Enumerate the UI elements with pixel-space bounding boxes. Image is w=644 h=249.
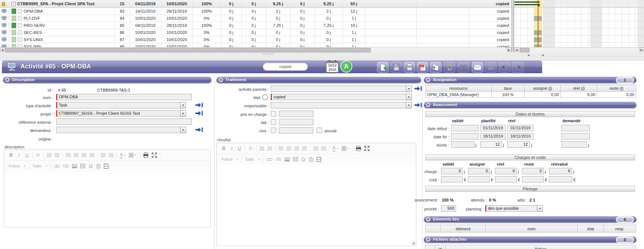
avatar[interactable]: A bbox=[340, 61, 352, 73]
collapse-toggle-icon[interactable]: − bbox=[12, 2, 16, 6]
size-select[interactable]: Taille bbox=[32, 164, 42, 168]
drag-handle[interactable] bbox=[8, 30, 10, 35]
description-editor[interactable]: B I U Tx A▼ A▼ Police▼ bbox=[4, 150, 210, 227]
table-row[interactable]: SYS-UNIX 87 10/01/2020 10/01/2020 0% 0 j… bbox=[0, 36, 512, 43]
chevron-down-icon[interactable]: ▼ bbox=[537, 205, 543, 212]
duree-reel[interactable]: 12 bbox=[507, 141, 530, 148]
gantt-pane[interactable] bbox=[514, 0, 644, 47]
projet-select[interactable]: CTBB9997_SGSS - Projet Client SGSS Test bbox=[56, 110, 186, 117]
project-summary-bar[interactable] bbox=[514, 4, 540, 5]
fait-date[interactable] bbox=[279, 119, 313, 125]
ordered-list-icon[interactable] bbox=[101, 153, 106, 158]
pane-splitter-horizontal[interactable]: ▶ ◀ bbox=[0, 52, 644, 61]
delete-button[interactable] bbox=[458, 62, 469, 73]
section-fichiers-attaches[interactable]: ▼ Fichiers attachés 0 bbox=[424, 236, 637, 243]
italic-icon[interactable]: I bbox=[16, 153, 21, 158]
unlink-icon[interactable] bbox=[63, 164, 69, 168]
reference-externe-field[interactable] bbox=[56, 119, 192, 125]
align-justify-icon[interactable] bbox=[302, 146, 307, 151]
nom-field[interactable]: OPM-DBA bbox=[56, 94, 192, 100]
outdent-icon[interactable] bbox=[267, 146, 272, 151]
editor-print-icon[interactable] bbox=[356, 146, 361, 151]
special-char-icon[interactable]: Ω bbox=[88, 163, 93, 169]
align-center-icon[interactable] bbox=[74, 153, 79, 158]
font-select[interactable]: Police bbox=[221, 157, 233, 162]
drag-handle[interactable] bbox=[8, 9, 10, 13]
drag-handle[interactable] bbox=[8, 16, 10, 21]
table-icon[interactable] bbox=[293, 157, 298, 162]
grid-scrollbar[interactable]: ◀ ▶ bbox=[0, 47, 511, 52]
editor-maximize-icon[interactable] bbox=[364, 146, 370, 151]
demandeur-select[interactable] bbox=[56, 127, 186, 133]
bold-icon[interactable]: B bbox=[221, 146, 226, 151]
collapse-icon[interactable]: ▼ bbox=[218, 77, 223, 82]
table-row-project[interactable]: − CTBB9999_SPA - Projet Client SPA Test … bbox=[0, 0, 512, 8]
section-traitement[interactable]: ▼ Traitement bbox=[216, 77, 421, 83]
outdent-icon[interactable] bbox=[55, 153, 60, 158]
date-fin-reel[interactable]: 18/11/2019 bbox=[507, 133, 534, 139]
expand-left-icon[interactable]: ◀ bbox=[541, 53, 544, 57]
pdf-export-button[interactable]: PDF bbox=[417, 62, 428, 73]
activite-parente-select[interactable] bbox=[271, 86, 412, 92]
collapse-icon[interactable]: ▼ bbox=[426, 217, 431, 222]
clos-checkbox[interactable] bbox=[271, 127, 276, 133]
font-color-icon[interactable]: A▼ bbox=[332, 146, 338, 151]
goto-responsable-icon[interactable] bbox=[414, 102, 422, 108]
underline-icon[interactable]: U bbox=[237, 146, 242, 151]
annule-checkbox[interactable] bbox=[316, 127, 322, 133]
align-left-icon[interactable] bbox=[279, 146, 283, 151]
next-button[interactable] bbox=[512, 62, 523, 73]
drag-handle[interactable] bbox=[8, 23, 10, 28]
scroll-left-icon[interactable]: ◀ bbox=[0, 47, 5, 52]
pris-en-charge-date[interactable] bbox=[279, 111, 313, 117]
chevron-down-icon[interactable]: ▼ bbox=[180, 127, 186, 133]
remove-format-icon[interactable]: Tx bbox=[36, 153, 40, 158]
table-row[interactable]: PRO-SERV 85 04/11/2019 28/11/2019 100% 0… bbox=[0, 22, 512, 29]
clos-date[interactable] bbox=[279, 127, 313, 133]
scroll-left-icon[interactable]: ◀ bbox=[514, 47, 519, 52]
image-icon[interactable] bbox=[285, 157, 290, 162]
splitter-handle[interactable] bbox=[262, 53, 273, 55]
table-row[interactable]: PLT-DVF 84 10/01/2020 10/01/2020 0% 0 j … bbox=[0, 15, 512, 22]
collapse-icon[interactable]: ▼ bbox=[426, 102, 431, 107]
underline-icon[interactable]: U bbox=[24, 153, 29, 158]
goto-demandeur-icon[interactable] bbox=[195, 127, 203, 132]
editor-maximize-icon[interactable] bbox=[152, 153, 157, 158]
align-justify-icon[interactable] bbox=[89, 153, 94, 158]
table-icon[interactable] bbox=[80, 164, 85, 168]
collapse-icon[interactable]: ▼ bbox=[426, 237, 431, 242]
bg-color-icon[interactable]: A▼ bbox=[341, 146, 349, 151]
type-activite-select[interactable]: Task bbox=[56, 102, 186, 108]
goto-type-icon[interactable] bbox=[195, 102, 203, 108]
gantt-scrollbar[interactable]: ◀ ▶ bbox=[514, 47, 644, 52]
chevron-down-icon[interactable]: ▼ bbox=[180, 102, 186, 108]
scroll-right-icon[interactable]: ▶ bbox=[507, 47, 511, 52]
link-icon[interactable] bbox=[54, 165, 60, 168]
copy-button[interactable] bbox=[430, 62, 441, 73]
font-select[interactable]: Police bbox=[9, 164, 20, 168]
collapse-icon[interactable]: ▼ bbox=[5, 77, 10, 82]
reference-date-picker[interactable]: 16/12 2019 bbox=[326, 61, 338, 73]
paste-icon[interactable] bbox=[309, 157, 313, 162]
description-content[interactable] bbox=[4, 171, 210, 227]
align-center-icon[interactable] bbox=[286, 146, 291, 151]
unlink-icon[interactable] bbox=[276, 157, 282, 162]
etat-select[interactable]: copied bbox=[271, 94, 412, 100]
editor-print-icon[interactable] bbox=[143, 153, 149, 158]
chevron-down-icon[interactable]: ▼ bbox=[406, 94, 412, 100]
special-char-icon[interactable]: Ω bbox=[301, 157, 306, 162]
refresh-button[interactable] bbox=[444, 62, 455, 73]
section-assignation[interactable]: ▼ Assignation 1 bbox=[424, 77, 637, 83]
collapse-icon[interactable]: ▼ bbox=[426, 77, 431, 82]
section-description[interactable]: ▼ Description bbox=[3, 77, 212, 83]
planning-select[interactable]: dès que possible bbox=[485, 205, 543, 212]
scrollbar-thumb[interactable] bbox=[520, 48, 529, 52]
resultat-editor[interactable]: B I U Tx A▼ A▼ Police▼ Taille bbox=[216, 143, 416, 246]
bullet-list-icon[interactable] bbox=[109, 153, 113, 158]
size-select[interactable]: Taille bbox=[245, 157, 254, 162]
source-code-icon[interactable]: <> bbox=[104, 164, 109, 169]
scroll-right-icon[interactable]: ▶ bbox=[639, 47, 644, 52]
table-row[interactable]: OPM-DBA 83 14/11/2019 29/11/2019 100% 0 … bbox=[0, 8, 512, 15]
fait-checkbox[interactable] bbox=[271, 119, 276, 125]
expand-right-icon[interactable]: ▶ bbox=[528, 53, 530, 57]
